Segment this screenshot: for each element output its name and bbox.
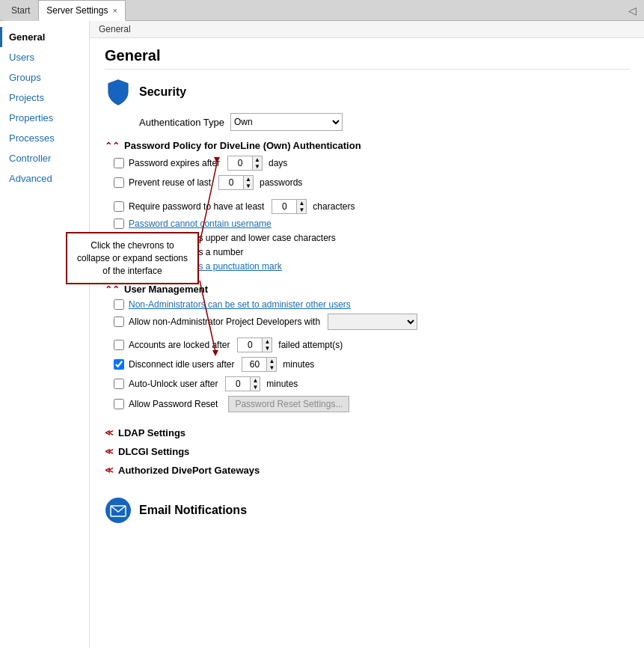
ldap-title: LDAP Settings — [118, 427, 185, 438]
accounts-locked-input[interactable] — [238, 338, 262, 352]
accounts-locked-up[interactable]: ▲ — [263, 338, 272, 345]
prevent-reuse-input[interactable] — [219, 176, 243, 189]
accounts-locked-unit: failed attempt(s) — [278, 340, 343, 350]
ldap-chevron: ≪ — [105, 428, 114, 438]
password-expires-unit: days — [269, 158, 287, 168]
require-atleast-spinbox: ▲ ▼ — [272, 199, 307, 214]
prevent-reuse-up[interactable]: ▲ — [244, 176, 253, 183]
content-area: General General Security Authentication … — [90, 21, 644, 648]
sidebar-item-general[interactable]: General — [0, 27, 89, 47]
page-content: General Security Authentication Type Own… — [90, 38, 644, 648]
accounts-locked-spinbox: ▲ ▼ — [237, 337, 272, 352]
require-atleast-unit: characters — [313, 201, 355, 212]
callout-text: Click the chevrons to collapse or expand… — [77, 240, 188, 276]
password-policy-title: Password Policy for DiveLine (Own) Authe… — [124, 140, 361, 151]
disconnect-idle-checkbox[interactable] — [114, 359, 124, 370]
auto-unlock-spinbox: ▲ ▼ — [225, 376, 260, 391]
sidebar-item-advanced[interactable]: Advanced — [0, 168, 89, 189]
allow-pw-reset-checkbox[interactable] — [114, 399, 124, 409]
auto-unlock-up[interactable]: ▲ — [251, 377, 260, 384]
allow-nonadmin-row: Allow non-Administrator Project Develope… — [114, 314, 629, 330]
ldap-section[interactable]: ≪ LDAP Settings — [105, 427, 629, 438]
prevent-reuse-label: Prevent reuse of last — [129, 177, 211, 188]
accounts-locked-row: Accounts are locked after ▲ ▼ failed att… — [114, 337, 629, 352]
non-admin-checkbox[interactable] — [114, 299, 124, 310]
tab-bar-collapse-icon[interactable]: ◁ — [624, 4, 641, 16]
non-admin-row: Non-Administrators can be set to adminis… — [114, 299, 629, 310]
auto-unlock-checkbox[interactable] — [114, 379, 124, 389]
require-atleast-input[interactable] — [272, 200, 296, 213]
authorized-gateways-section[interactable]: ≪ Authorized DivePort Gateways — [105, 465, 629, 476]
sidebar-item-groups[interactable]: Groups — [0, 67, 89, 88]
disconnect-idle-row: Disconnect idle users after ▲ ▼ minutes — [114, 357, 629, 372]
email-section: Email Notifications — [105, 497, 629, 524]
allow-nonadmin-select[interactable] — [328, 314, 417, 330]
disconnect-idle-unit: minutes — [283, 359, 314, 370]
require-atleast-checkbox[interactable] — [114, 201, 124, 212]
password-expires-label: Password expires after — [129, 158, 220, 168]
prevent-reuse-checkbox[interactable] — [114, 177, 124, 188]
auto-unlock-unit: minutes — [266, 379, 298, 389]
auto-unlock-down[interactable]: ▼ — [251, 384, 260, 391]
password-expires-up[interactable]: ▲ — [253, 156, 262, 163]
auto-unlock-label: Auto-Unlock user after — [129, 379, 218, 389]
allow-pw-reset-row: Allow Password Reset Password Reset Sett… — [114, 396, 629, 412]
sidebar-item-projects[interactable]: Projects — [0, 88, 89, 108]
sidebar-item-processes[interactable]: Processes — [0, 128, 89, 148]
no-username-label: Password cannot contain username — [129, 218, 272, 229]
allow-nonadmin-checkbox[interactable] — [114, 317, 124, 327]
prevent-reuse-unit: passwords — [260, 177, 302, 188]
sidebar-item-controller[interactable]: Controller — [0, 148, 89, 168]
disconnect-idle-up[interactable]: ▲ — [267, 358, 276, 364]
tab-close-icon[interactable]: × — [112, 6, 117, 15]
security-section-header: Security — [105, 79, 629, 106]
require-atleast-label: Require password to have at least — [129, 201, 264, 212]
tab-start-label: Start — [11, 5, 30, 16]
breadcrumb: General — [90, 21, 644, 38]
pw-reset-settings-button[interactable]: Password Reset Settings... — [228, 396, 349, 412]
password-expires-down[interactable]: ▼ — [253, 163, 262, 170]
accounts-locked-label: Accounts are locked after — [129, 340, 230, 350]
require-atleast-down[interactable]: ▼ — [297, 207, 306, 213]
accounts-locked-down[interactable]: ▼ — [263, 345, 272, 352]
main-layout: General Users Groups Projects Properties… — [0, 21, 644, 648]
user-mgmt-title: User Management — [124, 284, 208, 295]
svg-point-0 — [105, 498, 131, 523]
authorized-gateways-title: Authorized DivePort Gateways — [118, 465, 260, 476]
shield-icon — [105, 79, 132, 106]
prevent-reuse-down[interactable]: ▼ — [244, 183, 253, 189]
password-expires-checkbox[interactable] — [114, 158, 124, 168]
password-expires-spinbox: ▲ ▼ — [227, 156, 263, 171]
callout-box: Click the chevrons to collapse or expand… — [66, 232, 199, 284]
dlcgi-chevron: ≪ — [105, 447, 114, 456]
auto-unlock-input[interactable] — [226, 377, 250, 391]
auth-type-label: Authentication Type — [139, 117, 224, 128]
allow-pw-reset-label: Allow Password Reset — [129, 399, 218, 409]
password-expires-input[interactable] — [228, 156, 252, 170]
user-mgmt-header[interactable]: ⌃⌃ User Management — [105, 284, 629, 295]
email-icon — [105, 497, 132, 524]
no-username-checkbox[interactable] — [114, 218, 124, 229]
email-title: Email Notifications — [139, 504, 247, 517]
password-policy-header[interactable]: ⌃⌃ Password Policy for DiveLine (Own) Au… — [105, 140, 629, 151]
disconnect-idle-label: Disconnect idle users after — [129, 359, 234, 370]
security-title: Security — [139, 85, 186, 99]
dlcgi-section[interactable]: ≪ DLCGI Settings — [105, 446, 629, 457]
sidebar: General Users Groups Projects Properties… — [0, 21, 90, 648]
disconnect-idle-spinbox: ▲ ▼ — [242, 357, 277, 372]
require-atleast-row: Require password to have at least ▲ ▼ ch… — [114, 199, 629, 214]
no-username-row: Password cannot contain username — [114, 218, 629, 229]
tab-start[interactable]: Start — [3, 0, 38, 21]
disconnect-idle-down[interactable]: ▼ — [267, 364, 276, 371]
auth-type-select[interactable]: Own LDAP Windows — [230, 113, 343, 131]
prevent-reuse-spinbox: ▲ ▼ — [218, 175, 254, 190]
accounts-locked-checkbox[interactable] — [114, 340, 124, 350]
tab-server-settings[interactable]: Server Settings × — [38, 0, 125, 21]
authorized-gateways-chevron: ≪ — [105, 465, 114, 475]
disconnect-idle-input[interactable] — [242, 358, 266, 371]
sidebar-item-users[interactable]: Users — [0, 47, 89, 67]
require-atleast-up[interactable]: ▲ — [297, 200, 306, 207]
auto-unlock-row: Auto-Unlock user after ▲ ▼ minutes — [114, 376, 629, 391]
tab-bar: Start Server Settings × ◁ — [0, 0, 644, 21]
sidebar-item-properties[interactable]: Properties — [0, 108, 89, 128]
